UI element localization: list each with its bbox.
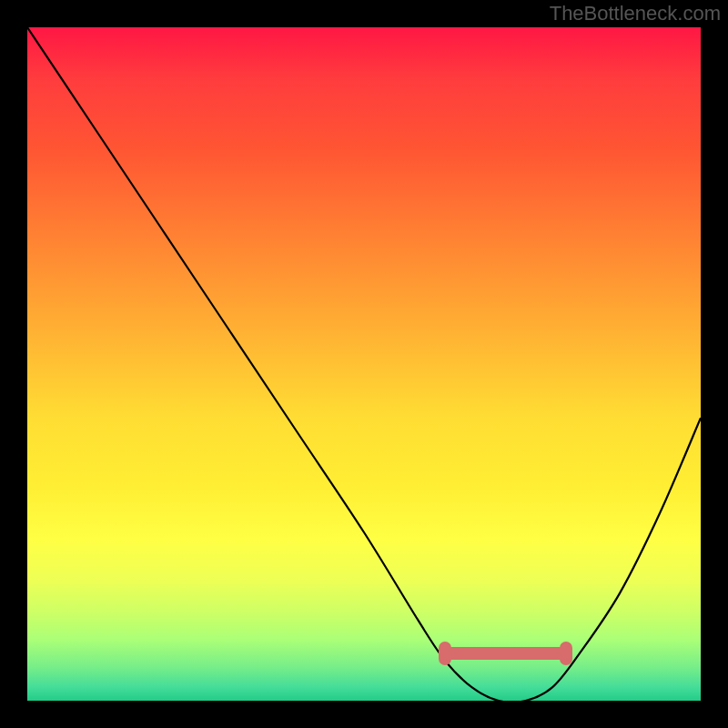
watermark-text: TheBottleneck.com xyxy=(550,2,721,25)
optimal-range-left-marker xyxy=(439,642,451,665)
bottleneck-curve xyxy=(27,27,701,701)
optimal-range-band xyxy=(445,647,566,660)
chart-plot-area xyxy=(27,27,701,701)
optimal-range-right-marker xyxy=(560,642,572,665)
